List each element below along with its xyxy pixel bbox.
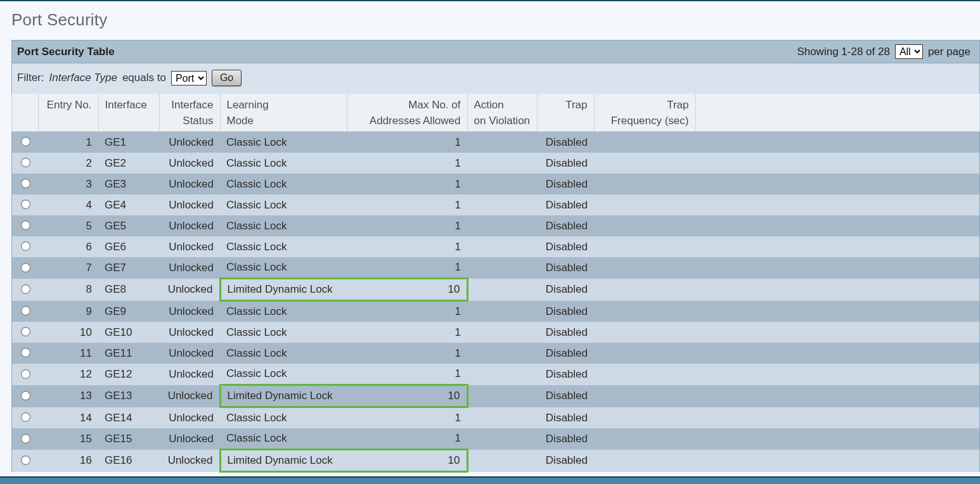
col-trap: Trap [537,94,594,132]
cell-interface: GE16 [98,450,159,472]
cell-trap: Disabled [537,428,594,450]
cell-learning-mode: Classic Lock [220,257,347,279]
cell-interface-status: Unlocked [159,385,220,407]
table-row: 16GE16UnlockedLimited Dynamic Lock10Disa… [12,450,980,472]
cell-interface-status: Unlocked [159,279,220,301]
cell-action-violation [467,322,537,343]
row-radio[interactable] [21,434,30,443]
cell-entry-no: 16 [38,450,98,472]
row-radio[interactable] [21,412,30,422]
cell-max-addresses: 10 [347,279,467,301]
cell-action-violation [467,407,537,429]
col-action-violation: Action on Violation [467,94,537,132]
cell-filler [695,364,980,385]
row-radio[interactable] [21,306,30,315]
row-radio[interactable] [21,158,30,167]
cell-entry-no: 4 [38,194,98,215]
cell-max-addresses: 1 [347,257,467,279]
cell-filler [695,385,980,407]
cell-max-addresses: 1 [347,364,467,385]
cell-trap-frequency [594,194,695,215]
cell-filler [695,215,980,236]
cell-entry-no: 14 [38,407,98,429]
cell-trap-frequency [594,407,695,429]
table-row: 7GE7UnlockedClassic Lock1Disabled [12,257,980,279]
cell-filler [695,194,980,215]
cell-trap: Disabled [537,301,594,322]
filter-bar: Filter: Interface Type equals to Port Go [11,63,980,94]
interface-type-select[interactable]: Port [171,71,207,86]
cell-learning-mode: Classic Lock [220,215,347,236]
cell-interface: GE12 [98,364,159,385]
cell-max-addresses: 1 [347,301,467,322]
cell-learning-mode: Classic Lock [220,132,347,153]
row-radio[interactable] [21,220,30,230]
col-radio [12,94,39,132]
cell-learning-mode: Classic Lock [220,407,347,429]
cell-action-violation [467,132,537,153]
row-radio[interactable] [21,348,30,357]
table-row: 8GE8UnlockedLimited Dynamic Lock10Disabl… [12,279,980,301]
row-radio[interactable] [21,284,30,294]
row-radio[interactable] [21,455,30,465]
cell-interface: GE7 [98,257,159,279]
cell-trap-frequency [594,322,695,343]
cell-interface: GE13 [98,385,159,407]
cell-action-violation [467,174,537,194]
row-radio[interactable] [21,391,30,400]
cell-interface-status: Unlocked [159,215,220,236]
row-radio-cell [12,215,39,236]
cell-max-addresses: 1 [347,322,467,343]
cell-learning-mode: Classic Lock [220,236,347,257]
cell-trap-frequency [594,153,695,174]
perpage-select[interactable]: All [895,44,923,59]
go-button[interactable]: Go [212,70,242,86]
row-radio-cell [12,132,39,153]
cell-filler [695,279,980,301]
cell-trap-frequency [594,450,695,472]
cell-entry-no: 7 [38,257,98,279]
cell-entry-no: 1 [38,132,98,153]
cell-learning-mode: Classic Lock [220,343,347,364]
cell-entry-no: 10 [38,322,98,343]
row-radio[interactable] [21,137,30,146]
cell-learning-mode: Classic Lock [220,428,347,450]
row-radio[interactable] [21,369,30,379]
cell-trap: Disabled [537,343,594,364]
row-radio[interactable] [21,179,30,188]
cell-max-addresses: 1 [347,174,467,194]
row-radio[interactable] [21,327,30,336]
row-radio-cell [12,194,39,215]
col-filler [695,94,980,132]
cell-max-addresses: 1 [347,343,467,364]
cell-action-violation [467,428,537,450]
row-radio[interactable] [21,241,30,251]
cell-trap-frequency [594,385,695,407]
cell-interface-status: Unlocked [159,236,220,257]
page-title: Port Security [0,1,980,40]
cell-action-violation [467,301,537,322]
col-entry-no: Entry No. [38,94,98,132]
row-radio[interactable] [21,200,30,209]
cell-filler [695,236,980,257]
cell-max-addresses: 10 [347,385,467,407]
cell-entry-no: 3 [38,174,98,194]
cell-action-violation [467,279,537,301]
cell-trap-frequency [594,428,695,450]
row-radio[interactable] [21,263,30,272]
cell-learning-mode: Classic Lock [220,194,347,215]
cell-learning-mode: Limited Dynamic Lock [220,450,347,472]
col-max-addresses: Max No. of Addresses Allowed [347,94,467,132]
table-row: 5GE5UnlockedClassic Lock1Disabled [12,215,980,236]
cell-interface: GE8 [98,279,159,301]
cell-interface-status: Unlocked [159,407,220,429]
cell-trap-frequency [594,174,695,194]
cell-trap-frequency [594,343,695,364]
col-interface-status: Interface Status [159,94,220,132]
port-security-table: Entry No. Interface Interface Status Lea… [11,94,980,473]
cell-trap: Disabled [537,215,594,236]
cell-entry-no: 8 [38,279,98,301]
cell-trap: Disabled [537,257,594,279]
table-row: 13GE13UnlockedLimited Dynamic Lock10Disa… [12,385,980,407]
cell-filler [695,450,980,472]
